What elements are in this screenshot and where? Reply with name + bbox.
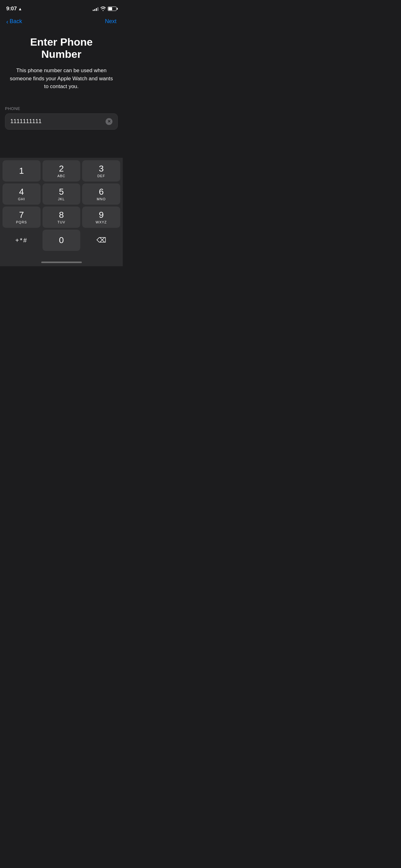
battery-icon [108,6,116,11]
numpad-row-2: 4 GHI 5 JKL 6 MNO [1,183,122,205]
phone-input-value: 1111111111 [10,118,106,125]
key-5[interactable]: 5 JKL [42,183,80,205]
page-title: Enter Phone Number [9,36,113,60]
status-icons [93,6,116,11]
numpad-row-4: +*# 0 ⌫ [1,230,122,251]
key-3[interactable]: 3 DEF [82,160,120,182]
key-9[interactable]: 9 WXYZ [82,207,120,228]
backspace-button[interactable]: ⌫ [82,230,120,251]
back-label: Back [10,18,22,25]
back-button[interactable]: ‹ Back [6,18,22,25]
signal-icon [93,6,98,11]
location-icon: ▲ [18,6,22,11]
key-0[interactable]: 0 [42,230,80,251]
backspace-icon: ⌫ [97,236,106,244]
home-bar [41,261,82,263]
page-description: This phone number can be used when someo… [9,67,113,91]
phone-input-section: PHONE 1111111111 ✕ [0,106,123,130]
clear-icon: ✕ [107,119,111,123]
status-time: 9:07 ▲ [6,6,22,12]
numpad-row-3: 7 PQRS 8 TUV 9 WXYZ [1,207,122,228]
main-content: Enter Phone Number This phone number can… [0,30,123,91]
key-8[interactable]: 8 TUV [42,207,80,228]
clear-button[interactable]: ✕ [106,118,112,125]
next-label: Next [105,18,116,24]
key-6[interactable]: 6 MNO [82,183,120,205]
next-button[interactable]: Next [105,18,116,25]
chevron-left-icon: ‹ [6,19,8,25]
home-indicator [0,259,123,266]
numpad: 1 2 ABC 3 DEF 4 GHI 5 JKL 6 MNO [0,158,123,259]
key-2[interactable]: 2 ABC [42,160,80,182]
key-symbols[interactable]: +*# [2,230,41,251]
phone-input-container[interactable]: 1111111111 ✕ [5,114,118,130]
numpad-row-1: 1 2 ABC 3 DEF [1,160,122,182]
phone-label: PHONE [5,106,118,111]
wifi-icon [100,6,106,11]
status-bar: 9:07 ▲ [0,0,123,16]
time-label: 9:07 [6,6,17,12]
nav-bar: ‹ Back Next [0,16,123,30]
key-1[interactable]: 1 [2,160,41,182]
key-7[interactable]: 7 PQRS [2,207,41,228]
key-4[interactable]: 4 GHI [2,183,41,205]
